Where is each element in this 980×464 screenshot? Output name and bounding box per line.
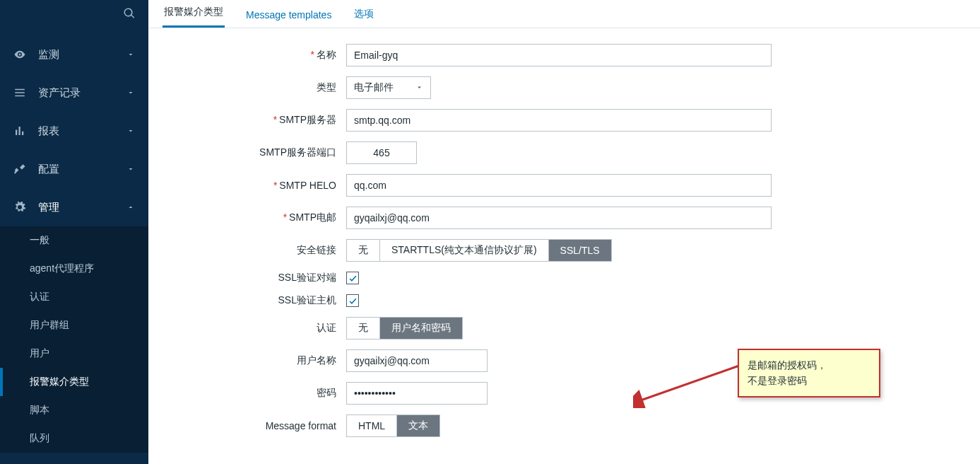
tab-mediatype[interactable]: 报警媒介类型 xyxy=(163,0,225,28)
eye-icon xyxy=(13,47,27,62)
ssl-peer-checkbox[interactable] xyxy=(346,272,359,284)
main-panel: 报警媒介类型 Message templates 选项 *名称 类型 电子邮件 … xyxy=(148,0,980,464)
chevron-down-icon xyxy=(415,82,423,93)
chevron-down-icon xyxy=(126,50,136,59)
auth-label: 认证 xyxy=(163,322,346,335)
security-opt-starttls[interactable]: STARTTLS(纯文本通信协议扩展) xyxy=(380,240,549,261)
auth-opt-userpass[interactable]: 用户名和密码 xyxy=(380,318,462,339)
sidebar-search[interactable] xyxy=(0,0,148,30)
security-opt-none[interactable]: 无 xyxy=(347,240,380,261)
sidebar-item-inventory[interactable]: 资产记录 xyxy=(0,74,148,112)
auth-opt-none[interactable]: 无 xyxy=(347,318,380,339)
chevron-down-icon xyxy=(126,88,136,98)
sidebar-sub-agent[interactable]: agent代理程序 xyxy=(0,255,148,283)
chevron-up-icon xyxy=(126,202,136,212)
callout-line2: 不是登录密码 xyxy=(748,373,870,388)
ssl-peer-label: SSL验证对端 xyxy=(163,272,346,284)
sidebar-sub-general[interactable]: 一般 xyxy=(0,226,148,255)
smtp-port-input[interactable] xyxy=(346,141,417,164)
annotation-callout: 是邮箱的授权码， 不是登录密码 xyxy=(738,349,880,398)
security-label: 安全链接 xyxy=(163,244,346,257)
sidebar-item-monitoring[interactable]: 监测 xyxy=(0,35,148,74)
smtp-helo-input[interactable] xyxy=(346,174,772,197)
smtp-email-input[interactable] xyxy=(346,207,772,229)
sidebar-item-reports[interactable]: 报表 xyxy=(0,112,148,150)
sidebar-sub-usergroups[interactable]: 用户群组 xyxy=(0,311,148,340)
security-opt-ssltls[interactable]: SSL/TLS xyxy=(549,240,611,261)
name-label: *名称 xyxy=(163,49,346,62)
smtp-server-input[interactable] xyxy=(346,109,772,132)
admin-submenu: 一般 agent代理程序 认证 用户群组 用户 报警媒介类型 脚本 队列 xyxy=(0,226,148,453)
smtp-helo-label: *SMTP HELO xyxy=(163,180,346,191)
media-type-form: *名称 类型 电子邮件 *SMTP服务器 SMTP服务器端口 *SMTP HEL… xyxy=(148,28,980,464)
sidebar: 监测 资产记录 报表 配置 xyxy=(0,0,148,464)
security-segmented: 无 STARTTLS(纯文本通信协议扩展) SSL/TLS xyxy=(346,239,612,262)
type-label: 类型 xyxy=(163,81,346,94)
ssl-host-checkbox[interactable] xyxy=(346,294,359,307)
tab-bar: 报警媒介类型 Message templates 选项 xyxy=(148,0,980,28)
nav-label: 监测 xyxy=(38,48,126,62)
list-icon xyxy=(13,86,27,100)
type-select-value: 电子邮件 xyxy=(354,81,394,94)
password-input[interactable] xyxy=(346,382,488,405)
sidebar-sub-auth[interactable]: 认证 xyxy=(0,283,148,311)
smtp-port-label: SMTP服务器端口 xyxy=(163,146,346,159)
sidebar-sub-scripts[interactable]: 脚本 xyxy=(0,396,148,424)
wrench-icon xyxy=(13,162,27,176)
chart-icon xyxy=(13,124,27,138)
callout-line1: 是邮箱的授权码， xyxy=(748,357,870,373)
auth-segmented: 无 用户名和密码 xyxy=(346,317,463,340)
password-label: 密码 xyxy=(163,387,346,400)
msgformat-label: Message format xyxy=(163,420,346,431)
sidebar-sub-users[interactable]: 用户 xyxy=(0,340,148,368)
sidebar-item-config[interactable]: 配置 xyxy=(0,150,148,188)
nav-label: 管理 xyxy=(38,201,126,214)
tab-templates[interactable]: Message templates xyxy=(244,4,333,28)
username-label: 用户名称 xyxy=(163,354,346,367)
sidebar-sub-mediatypes[interactable]: 报警媒介类型 xyxy=(0,368,148,396)
nav-label: 资产记录 xyxy=(38,86,126,100)
chevron-down-icon xyxy=(126,164,136,174)
nav-label: 报表 xyxy=(38,124,126,138)
name-input[interactable] xyxy=(346,44,772,66)
sidebar-sub-queue[interactable]: 队列 xyxy=(0,424,148,453)
msgformat-opt-text[interactable]: 文本 xyxy=(397,415,439,436)
tab-options[interactable]: 选项 xyxy=(353,2,375,28)
smtp-server-label: *SMTP服务器 xyxy=(163,114,346,127)
sidebar-item-admin[interactable]: 管理 xyxy=(0,188,148,226)
smtp-email-label: *SMTP电邮 xyxy=(163,211,346,224)
msgformat-opt-html[interactable]: HTML xyxy=(347,415,397,436)
type-select[interactable]: 电子邮件 xyxy=(346,76,431,99)
gear-icon xyxy=(13,200,27,214)
username-input[interactable] xyxy=(346,349,488,372)
nav-label: 配置 xyxy=(38,163,126,176)
sidebar-nav: 监测 资产记录 报表 配置 xyxy=(0,30,148,453)
msgformat-segmented: HTML 文本 xyxy=(346,414,440,437)
ssl-host-label: SSL验证主机 xyxy=(163,294,346,307)
search-icon xyxy=(123,7,136,22)
chevron-down-icon xyxy=(126,126,136,136)
